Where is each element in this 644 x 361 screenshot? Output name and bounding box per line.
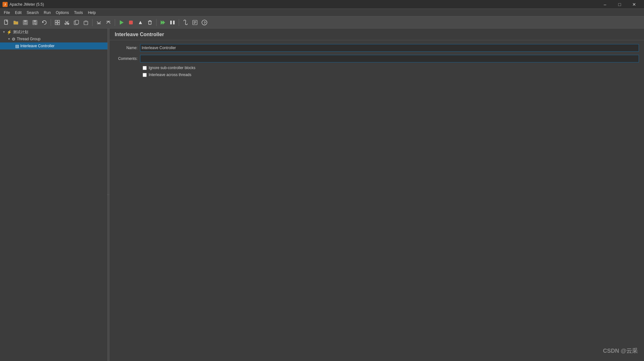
svg-rect-23 bbox=[129, 21, 133, 24]
toolbar-expand-button[interactable] bbox=[94, 18, 103, 27]
app-icon: J bbox=[3, 2, 8, 7]
toolbar-open-button[interactable] bbox=[11, 18, 20, 27]
title-bar-left: J Apache JMeter (5.5) bbox=[3, 2, 44, 7]
interleave-threads-label[interactable]: Interleave across threads bbox=[149, 73, 191, 77]
ignore-sub-checkbox[interactable] bbox=[143, 66, 147, 70]
tree-icon-interleave: ▤ bbox=[15, 44, 19, 48]
toolbar-paste-button[interactable] bbox=[81, 18, 90, 27]
maximize-button[interactable]: □ bbox=[612, 0, 627, 9]
svg-marker-22 bbox=[120, 20, 124, 25]
form-area: Name: Comments: Ignore sub-controller bl… bbox=[110, 40, 644, 83]
menu-item-edit[interactable]: Edit bbox=[12, 9, 24, 16]
tree-icon-thread-group: ⚙ bbox=[12, 37, 16, 42]
toolbar-save-button[interactable] bbox=[21, 18, 30, 27]
svg-rect-28 bbox=[170, 21, 172, 24]
minimize-button[interactable]: – bbox=[598, 0, 612, 9]
ignore-sub-label[interactable]: Ignore sub-controller blocks bbox=[149, 66, 195, 70]
svg-text:?: ? bbox=[204, 21, 206, 24]
tree-label-test-plan: 测试计划 bbox=[13, 29, 28, 35]
window-title: Apache JMeter (5.5) bbox=[10, 2, 44, 7]
toolbar-run-button[interactable] bbox=[117, 18, 126, 27]
interleave-threads-row: Interleave across threads bbox=[115, 73, 639, 77]
svg-rect-19 bbox=[85, 21, 87, 22]
window-controls: – □ ✕ bbox=[598, 0, 641, 9]
title-bar: J Apache JMeter (5.5) – □ ✕ bbox=[0, 0, 644, 9]
tree-item-interleave-controller[interactable]: ▤ Interleave Controller bbox=[0, 42, 107, 49]
menu-item-tools[interactable]: Tools bbox=[71, 9, 85, 16]
svg-rect-3 bbox=[24, 23, 27, 24]
toolbar-copy-button[interactable] bbox=[72, 18, 81, 27]
svg-point-14 bbox=[65, 23, 67, 24]
svg-rect-8 bbox=[55, 20, 57, 22]
toolbar-cut-button[interactable] bbox=[62, 18, 71, 27]
svg-marker-27 bbox=[163, 20, 165, 25]
tree-arrow-test-plan: ▼ bbox=[3, 30, 5, 34]
tree-label-thread-group: Thread Group bbox=[17, 37, 41, 41]
menu-item-run[interactable]: Run bbox=[41, 9, 53, 16]
main-layout: ▼ ⚡ 测试计划 ▼ ⚙ Thread Group ▤ Interleave C… bbox=[0, 29, 644, 361]
tree-item-test-plan[interactable]: ▼ ⚡ 测试计划 bbox=[0, 29, 107, 35]
svg-line-13 bbox=[67, 21, 68, 23]
left-panel: ▼ ⚡ 测试计划 ▼ ⚙ Thread Group ▤ Interleave C… bbox=[0, 29, 108, 361]
interleave-threads-checkbox[interactable] bbox=[143, 73, 147, 77]
svg-text:+: + bbox=[35, 23, 36, 25]
svg-rect-11 bbox=[58, 23, 60, 25]
svg-rect-5 bbox=[34, 20, 36, 22]
toolbar-sep-2 bbox=[92, 19, 93, 26]
toolbar: + bbox=[0, 16, 644, 29]
svg-rect-2 bbox=[24, 20, 27, 22]
tree-icon-test-plan: ⚡ bbox=[7, 30, 12, 35]
svg-rect-17 bbox=[75, 20, 79, 24]
menu-item-search[interactable]: Search bbox=[24, 9, 41, 16]
toolbar-function-button[interactable] bbox=[181, 18, 190, 27]
toolbar-collapse-button[interactable] bbox=[104, 18, 113, 27]
toolbar-stop-button[interactable] bbox=[126, 18, 135, 27]
toolbar-sep-5 bbox=[179, 19, 179, 26]
menu-item-help[interactable]: Help bbox=[85, 9, 98, 16]
toolbar-remote-stop-button[interactable] bbox=[168, 18, 177, 27]
svg-rect-29 bbox=[173, 21, 175, 24]
toolbar-templates-button[interactable] bbox=[53, 18, 62, 27]
toolbar-new-button[interactable] bbox=[2, 18, 11, 27]
tree-arrow-thread-group: ▼ bbox=[8, 37, 10, 41]
toolbar-help-button[interactable]: ? bbox=[200, 18, 209, 27]
name-row: Name: bbox=[115, 44, 639, 52]
comments-label: Comments: bbox=[115, 56, 140, 61]
close-button[interactable]: ✕ bbox=[627, 0, 641, 9]
menu-item-options[interactable]: Options bbox=[53, 9, 71, 16]
toolbar-revert-button[interactable] bbox=[40, 18, 49, 27]
name-label: Name: bbox=[115, 46, 140, 50]
svg-rect-25 bbox=[149, 21, 151, 24]
svg-rect-10 bbox=[55, 23, 57, 25]
tree-item-thread-group[interactable]: ▼ ⚙ Thread Group bbox=[0, 35, 107, 42]
menu-bar: FileEditSearchRunOptionsToolsHelp bbox=[0, 9, 644, 16]
comments-row: Comments: bbox=[115, 55, 639, 62]
toolbar-sep-4 bbox=[156, 19, 157, 26]
comments-input[interactable] bbox=[140, 55, 639, 62]
toolbar-log-button[interactable] bbox=[190, 18, 199, 27]
menu-item-file[interactable]: File bbox=[1, 9, 12, 16]
toolbar-clear-button[interactable] bbox=[145, 18, 154, 27]
svg-marker-24 bbox=[139, 21, 142, 24]
toolbar-saveas-button[interactable]: + bbox=[30, 18, 39, 27]
toolbar-sep-1 bbox=[51, 19, 51, 26]
toolbar-sep-3 bbox=[115, 19, 115, 26]
ignore-sub-row: Ignore sub-controller blocks bbox=[115, 66, 639, 70]
name-input[interactable] bbox=[140, 44, 639, 52]
svg-rect-0 bbox=[4, 20, 8, 24]
panel-title: Interleave Controller bbox=[110, 29, 644, 40]
toolbar-remote-start-button[interactable] bbox=[158, 18, 167, 27]
tree-label-interleave: Interleave Controller bbox=[20, 44, 55, 48]
toolbar-shutdown-button[interactable] bbox=[136, 18, 145, 27]
right-panel: Interleave Controller Name: Comments: Ig… bbox=[110, 29, 644, 361]
svg-rect-9 bbox=[58, 20, 60, 22]
